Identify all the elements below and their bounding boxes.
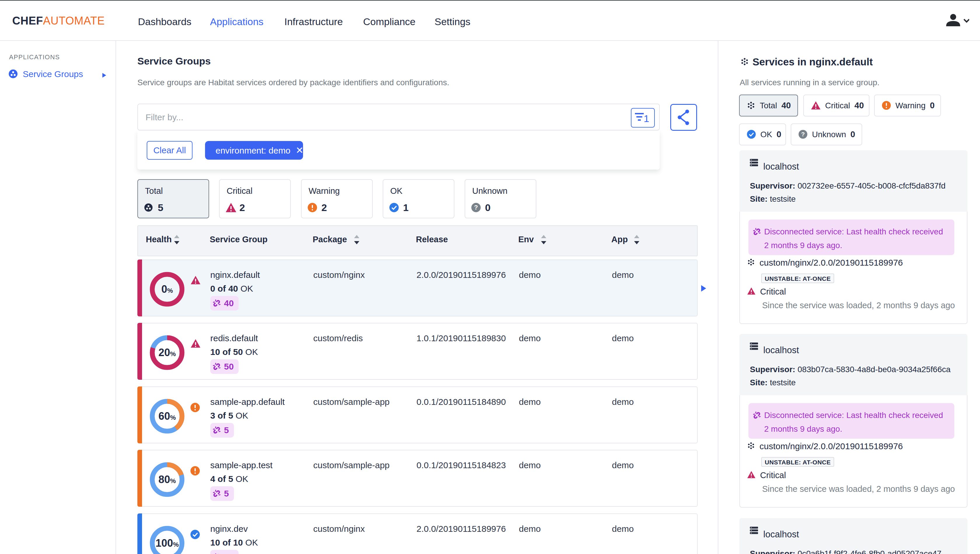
svg-text:1: 1: [644, 113, 649, 124]
svg-text:?: ?: [801, 131, 805, 137]
svg-text:?: ?: [474, 204, 478, 211]
